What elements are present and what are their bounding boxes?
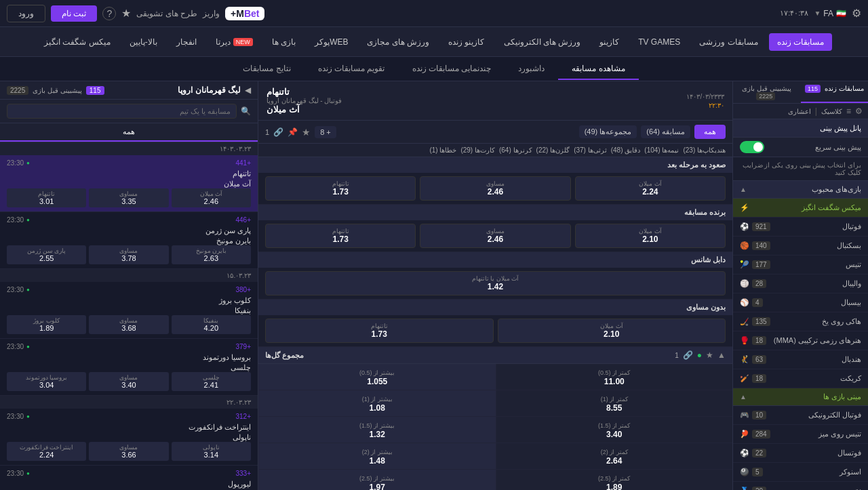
settings-icon-sidebar[interactable]: ⚙ bbox=[855, 106, 863, 116]
promo-label[interactable]: طرح های تشویقی bbox=[136, 9, 197, 18]
sidebar-sport-football[interactable]: فوتبال 921 ⚽ bbox=[733, 218, 868, 237]
sidebar-sport-tabletennis[interactable]: تنیس روی میز 284 🏓 bbox=[733, 425, 868, 444]
odd1-4[interactable]: بروسیا دورتموند 3.04 bbox=[7, 372, 86, 391]
sidebar-sport-esports[interactable]: فوتبال الکترونیکی 10 🎮 bbox=[733, 406, 868, 425]
sidebar-sport-other[interactable]: نقره 20 🥈 bbox=[733, 482, 868, 490]
sidebar-sport-basketball[interactable]: بسکتبال 140 🏀 bbox=[733, 237, 868, 256]
advance-draw-btn[interactable]: مساوی 2.46 bbox=[420, 176, 570, 201]
expand-goals-icon[interactable]: ▲ bbox=[717, 350, 726, 360]
mini-games-header[interactable]: مینی بازی ها ▲ bbox=[733, 388, 868, 406]
settings-icon[interactable]: ⚙ bbox=[852, 7, 861, 20]
decimal-view-label[interactable]: اعشاری bbox=[788, 108, 811, 115]
filter-errors[interactable]: خطاها (1) bbox=[429, 146, 456, 154]
odd2-5[interactable]: ناپولی 3.14 bbox=[172, 442, 251, 461]
quick-bet-toggle[interactable] bbox=[740, 141, 764, 153]
plus8-badge[interactable]: + 8 bbox=[315, 126, 336, 138]
classic-view-label[interactable]: کلاسیک bbox=[821, 108, 842, 115]
nav-sports[interactable]: مسابقات ورزشی bbox=[691, 33, 766, 51]
winner-away-btn[interactable]: تاتنهام 1.73 bbox=[265, 224, 416, 248]
star-icon[interactable]: ★ bbox=[121, 7, 131, 20]
help-icon[interactable]: ? bbox=[102, 7, 116, 20]
subnav-results[interactable]: نتایج مسابقات bbox=[229, 58, 304, 80]
fav-chevron[interactable]: ▲ bbox=[740, 186, 747, 193]
sidebar-sport-baseball[interactable]: بیسبال 4 ⚾ bbox=[733, 293, 868, 312]
subnav-calendar[interactable]: تقویم مسابقات زنده bbox=[304, 58, 399, 80]
link-goals-icon[interactable]: 🔗 bbox=[683, 350, 693, 360]
sidebar-prev-tab[interactable]: پیشبینی قبل بازی 2225 bbox=[733, 81, 801, 103]
sidebar-sport-cricket[interactable]: کریکت 18 🏏 bbox=[733, 369, 868, 388]
over-cell-1[interactable]: بیشتر از (1) 1.08 bbox=[258, 390, 496, 416]
sidebar-sport-mma[interactable]: هنرهای رزمی ترکیبی (MMA) 18 🥊 bbox=[733, 331, 868, 350]
over-cell-2[interactable]: بیشتر از (1.5) 1.32 bbox=[258, 417, 496, 443]
sidebar-shock-mix[interactable]: میکس شگفت انگیز ⚡ bbox=[733, 199, 868, 218]
sidebar-live-tab[interactable]: مسابقات زنده 115 bbox=[801, 81, 869, 103]
under-cell-3[interactable]: کمتر از (2) 2.64 bbox=[496, 443, 733, 469]
filter-handicaps[interactable]: هندیکاپ‌ها (23) bbox=[683, 146, 726, 154]
star-goals-icon[interactable]: ★ bbox=[706, 350, 713, 360]
subnav-dashboard[interactable]: داشبورد bbox=[505, 58, 558, 80]
nav-poker[interactable]: WEBپوکر bbox=[307, 33, 356, 51]
filter-goalscorers[interactable]: گلزن‌ها (22) bbox=[536, 146, 570, 154]
match-item-3[interactable]: +380 ● 23:30 کلوب بروژ بنفیکا کلوب بروژ … bbox=[0, 282, 258, 339]
nav-esports[interactable]: ورزش های الکترونیکی bbox=[496, 33, 589, 51]
subnav-watch[interactable]: مشاهده مسابقه bbox=[558, 58, 638, 80]
nav-live-sports[interactable]: مسابقات زنده bbox=[769, 33, 832, 51]
nav-crash[interactable]: انفجار bbox=[168, 33, 205, 51]
double-opt1-btn[interactable]: آث میلان یا تاتنهام 1.42 bbox=[265, 271, 726, 295]
sidebar-sport-hockey[interactable]: هاکی روی یخ 135 🏒 bbox=[733, 312, 868, 331]
sidebar-sport-handball[interactable]: هندبال 63 🤾 bbox=[733, 350, 868, 369]
advance-away-btn[interactable]: تاتنهام 1.73 bbox=[265, 176, 416, 201]
oddX-2[interactable]: مساوی 3.78 bbox=[89, 245, 168, 264]
under-cell-0[interactable]: کمتر از (0.5) 11.00 bbox=[496, 364, 733, 390]
odd1-5[interactable]: اینتراخت فرانکفورت 2.24 bbox=[7, 442, 86, 461]
oddX-5[interactable]: مساوی 3.66 bbox=[89, 442, 168, 461]
favorites-star-icon[interactable]: ★ bbox=[302, 127, 311, 138]
odd2-1[interactable]: آث میلان 2.46 bbox=[172, 188, 251, 207]
odd2-4[interactable]: چلسی 2.41 bbox=[172, 372, 251, 391]
nav-virtual[interactable]: ورزش های مجازی bbox=[359, 33, 437, 51]
nodraw-away-btn[interactable]: تاتنهام 1.73 bbox=[265, 319, 494, 343]
filter-thirds[interactable]: ثرثی‌ها (37) bbox=[574, 146, 607, 154]
match-search-input[interactable] bbox=[7, 104, 237, 119]
collapse-icon[interactable]: ◀ bbox=[245, 85, 251, 95]
link-icon[interactable]: 🔗 bbox=[273, 127, 283, 137]
pin-icon[interactable]: 📌 bbox=[288, 127, 298, 137]
match-item-5[interactable]: +312 ● 23:30 اینتراخت فرانکفورت ناپولی ا… bbox=[0, 409, 258, 466]
match-item-2[interactable]: +446 ● 23:30 پاری سن ژرمن بایرن مونیخ پا… bbox=[0, 212, 258, 269]
nav-tv-games[interactable]: TV GAMES bbox=[630, 33, 688, 51]
language-selector[interactable]: 🇮🇷 FA ▼ bbox=[814, 9, 846, 18]
advance-home-btn[interactable]: آث میلان 2.24 bbox=[575, 176, 726, 201]
sidebar-sport-tennis[interactable]: تنیس 177 🎾 bbox=[733, 256, 868, 274]
list-icon[interactable]: ≡ bbox=[846, 106, 851, 116]
live-goals-icon[interactable]: ● bbox=[697, 350, 702, 360]
filter-cards[interactable]: کارت‌ها (29) bbox=[460, 146, 495, 154]
nav-casino[interactable]: کازینو bbox=[591, 33, 627, 51]
register-button[interactable]: ثبت نام bbox=[51, 5, 97, 22]
login-button[interactable]: ورود bbox=[7, 5, 45, 22]
oddX-1[interactable]: مساوی 3.35 bbox=[89, 188, 168, 207]
sidebar-sport-snooker[interactable]: اسنوکر 5 🎱 bbox=[733, 463, 868, 482]
tab-all[interactable]: همه bbox=[0, 123, 258, 142]
nav-dirta[interactable]: NEW دیرتا bbox=[208, 33, 261, 51]
oddX-4[interactable]: مساوی 3.40 bbox=[89, 372, 168, 391]
over-cell-4[interactable]: بیشتر از (2.5) 1.97 bbox=[258, 470, 496, 490]
filter-corners[interactable]: کرنرها (64) bbox=[499, 146, 532, 154]
nav-mix[interactable]: میکس شگفت انگیز bbox=[36, 33, 119, 51]
nodraw-home-btn[interactable]: آث میلان 2.10 bbox=[498, 319, 726, 343]
winner-draw-btn[interactable]: مساوی 2.46 bbox=[420, 224, 570, 248]
nav-live-casino[interactable]: کازینو زنده bbox=[440, 33, 492, 51]
oddX-3[interactable]: مساوی 3.68 bbox=[89, 315, 168, 334]
match-item-1[interactable]: +441 ● 23:30 تاتنهام آث میلان تاتنهام 3.… bbox=[0, 155, 258, 212]
filter-groups[interactable]: مجموعه‌ها (49) bbox=[579, 125, 637, 138]
odd1-3[interactable]: کلوب بروژ 1.89 bbox=[7, 315, 86, 334]
match-item-6[interactable]: +333 ● 23:30 لیورپول رئال مادرید لیورپول… bbox=[0, 466, 258, 490]
over-cell-3[interactable]: بیشتر از (2) 1.48 bbox=[258, 443, 496, 469]
sidebar-sport-volleyball[interactable]: والیبال 28 🏐 bbox=[733, 274, 868, 293]
under-cell-4[interactable]: کمتر از (2.5) 1.89 bbox=[496, 470, 733, 490]
under-cell-1[interactable]: کمتر از (1) 8.55 bbox=[496, 390, 733, 416]
odd2-3[interactable]: بنفیکا 4.20 bbox=[172, 315, 251, 334]
odd2-2[interactable]: بایرن مونیخ 2.63 bbox=[172, 245, 251, 264]
odd1-1[interactable]: تاتنهام 3.01 bbox=[7, 188, 86, 207]
filter-matches[interactable]: مسابقه (64) bbox=[641, 125, 690, 138]
sidebar-sport-futsal[interactable]: فوتسال 22 ⚽ bbox=[733, 444, 868, 463]
